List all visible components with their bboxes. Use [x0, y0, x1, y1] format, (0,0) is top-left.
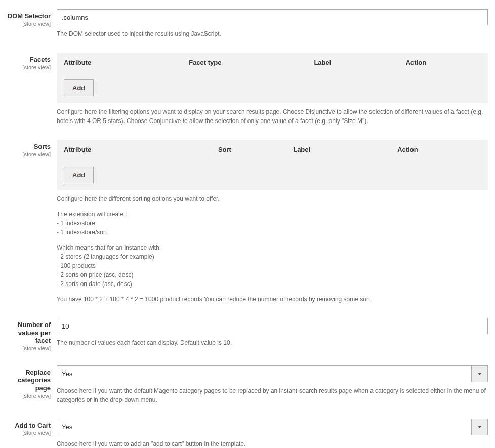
add-to-cart-label: Add to Cart	[7, 422, 51, 430]
facets-col-action: Action	[406, 59, 481, 66]
facets-grid: Attribute Facet type Label Action Add	[57, 53, 488, 103]
facets-col-facet-type: Facet type	[189, 59, 314, 66]
num-values-input[interactable]	[57, 318, 488, 334]
sorts-help-paragraph: Configure here the different sorting opt…	[57, 194, 488, 203]
scope-label: [store view]	[7, 430, 51, 436]
sorts-col-sort: Sort	[218, 146, 293, 153]
facets-add-button[interactable]: Add	[64, 79, 94, 96]
add-to-cart-help: Choose here if you want to add an "add t…	[57, 439, 488, 448]
scope-label: [store view]	[7, 393, 51, 399]
facets-col-attribute: Attribute	[64, 59, 189, 66]
scope-label: [store view]	[7, 345, 51, 351]
sorts-label: Sorts	[7, 143, 51, 151]
dom-selector-input[interactable]	[57, 9, 488, 25]
sorts-grid: Attribute Sort Label Action Add	[57, 140, 488, 190]
replace-categories-label: Replace categories page	[7, 369, 51, 392]
sorts-help: Configure here the different sorting opt…	[57, 194, 488, 304]
sorts-help-paragraph: Which means that for an instance with:- …	[57, 243, 488, 289]
sorts-col-attribute: Attribute	[64, 146, 218, 153]
facets-col-label: Label	[314, 59, 405, 66]
num-values-label: Number of values per facet	[7, 321, 51, 345]
scope-label: [store view]	[7, 21, 51, 27]
sorts-col-label: Label	[293, 146, 397, 153]
dom-selector-label: DOM Selector	[7, 12, 51, 20]
facets-label: Facets	[7, 56, 51, 64]
sorts-help-paragraph: The extension will create :- 1 index/sto…	[57, 210, 488, 237]
scope-label: [store view]	[7, 151, 51, 157]
facets-help: Configure here the filtering options you…	[57, 107, 488, 126]
add-to-cart-select[interactable]: Yes	[57, 419, 488, 435]
replace-categories-select[interactable]: Yes	[57, 365, 488, 382]
dom-selector-help: The DOM selector used to inject the resu…	[57, 29, 488, 38]
sorts-add-button[interactable]: Add	[64, 167, 94, 183]
sorts-help-paragraph: You have 100 * 2 + 100 * 4 * 2 = 1000 pr…	[57, 295, 488, 304]
replace-categories-help: Choose here if you want the default Mage…	[57, 386, 488, 404]
num-values-help: The number of values each facet can disp…	[57, 338, 488, 347]
sorts-col-action: Action	[397, 146, 481, 153]
scope-label: [store view]	[7, 64, 51, 70]
